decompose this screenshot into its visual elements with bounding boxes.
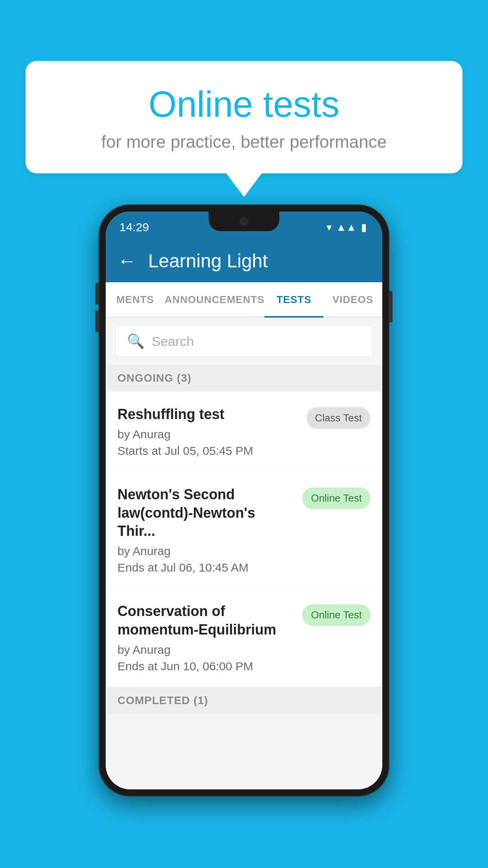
tab-tests[interactable]: TESTS: [264, 282, 323, 317]
list-item[interactable]: Reshuffling test by Anurag Starts at Jul…: [106, 392, 382, 472]
ongoing-section-header: ONGOING (3): [106, 365, 382, 392]
phone-frame: 14:29 ▾ ▲▲ ▮ ← Learning Light MENTS ANNO…: [99, 204, 389, 796]
speech-bubble-subtitle: for more practice, better performance: [45, 132, 443, 152]
search-icon: 🔍: [127, 333, 145, 349]
list-item-left: Newton's Second law(contd)-Newton's Thir…: [117, 485, 294, 574]
volume-down-button[interactable]: [95, 311, 99, 332]
speech-bubble-container: Online tests for more practice, better p…: [26, 61, 462, 197]
completed-section-header: COMPLETED (1): [106, 687, 382, 714]
front-camera: [240, 217, 248, 226]
status-icons: ▾ ▲▲ ▮: [327, 221, 367, 234]
search-container: 🔍 Search: [106, 318, 382, 365]
search-input[interactable]: Search: [152, 334, 194, 349]
tab-announcements[interactable]: ANNOUNCEMENTS: [165, 282, 264, 317]
class-test-badge: Class Test: [306, 407, 371, 429]
wifi-icon: ▾: [327, 221, 332, 234]
search-box[interactable]: 🔍 Search: [116, 326, 372, 357]
online-test-badge: Online Test: [302, 604, 371, 626]
list-item-left: Reshuffling test by Anurag Starts at Jul…: [117, 405, 299, 458]
tab-ments[interactable]: MENTS: [106, 282, 165, 317]
list-item-date: Ends at Jul 06, 10:45 AM: [117, 561, 294, 574]
list-item[interactable]: Conservation of momentum-Equilibrium by …: [106, 588, 382, 687]
tabs-bar: MENTS ANNOUNCEMENTS TESTS VIDEOS: [106, 282, 382, 318]
signal-icon: ▲▲: [336, 221, 356, 234]
completed-header-text: COMPLETED (1): [117, 694, 208, 706]
phone-notch: [209, 211, 279, 231]
back-button[interactable]: ←: [117, 250, 136, 272]
speech-bubble-title: Online tests: [45, 85, 443, 124]
app-bar-title: Learning Light: [148, 250, 268, 272]
app-bar: ← Learning Light: [106, 239, 382, 282]
list-item-date: Ends at Jun 10, 06:00 PM: [117, 660, 294, 673]
speech-bubble: Online tests for more practice, better p…: [26, 61, 462, 173]
list-item[interactable]: Newton's Second law(contd)-Newton's Thir…: [106, 472, 382, 588]
list-item-author: by Anurag: [117, 428, 299, 441]
list-item-date: Starts at Jul 05, 05:45 PM: [117, 444, 299, 458]
volume-up-button[interactable]: [95, 283, 99, 305]
battery-icon: ▮: [361, 221, 367, 234]
status-time: 14:29: [119, 221, 149, 234]
list-item-author: by Anurag: [117, 643, 294, 657]
list-item-title: Newton's Second law(contd)-Newton's Thir…: [117, 485, 294, 541]
phone-wrapper: 14:29 ▾ ▲▲ ▮ ← Learning Light MENTS ANNO…: [99, 204, 389, 796]
online-test-badge: Online Test: [302, 487, 371, 509]
list-item-left: Conservation of momentum-Equilibrium by …: [117, 602, 294, 673]
list-item-title: Reshuffling test: [117, 405, 299, 424]
list-item-author: by Anurag: [117, 544, 294, 558]
phone-screen: 14:29 ▾ ▲▲ ▮ ← Learning Light MENTS ANNO…: [106, 211, 382, 789]
list-item-title: Conservation of momentum-Equilibrium: [117, 602, 294, 639]
power-button[interactable]: [389, 291, 393, 322]
speech-bubble-pointer: [226, 173, 262, 197]
ongoing-header-text: ONGOING (3): [117, 372, 191, 384]
tab-videos[interactable]: VIDEOS: [323, 282, 382, 317]
